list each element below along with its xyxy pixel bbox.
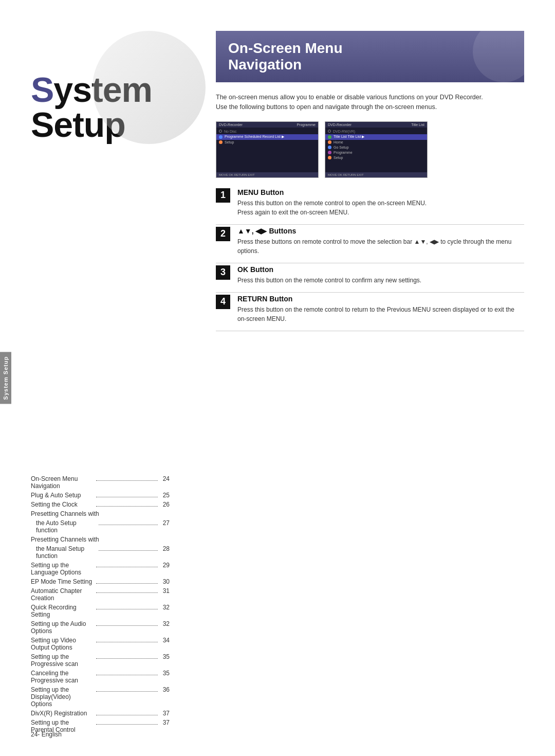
toc-dots bbox=[96, 675, 158, 675]
toc-dots bbox=[96, 642, 158, 642]
page-number-left: 24- English bbox=[31, 731, 62, 738]
toc-dots bbox=[99, 525, 158, 525]
step-description: Press this button on the remote control … bbox=[237, 199, 524, 217]
toc-item-text: Presetting Channels with bbox=[31, 536, 170, 543]
step-title: RETURN Button bbox=[237, 295, 524, 303]
screenshot-nodisk-row: DVD-RW(VR) bbox=[328, 129, 424, 134]
toc-item: EP Mode Time Setting30 bbox=[31, 578, 170, 585]
screenshot-nodisk-row: No Disc bbox=[219, 129, 316, 134]
toc-dots bbox=[96, 506, 158, 507]
toc-page-number: 30 bbox=[159, 578, 170, 585]
toc-item: DivX(R) Registration37 bbox=[31, 710, 170, 717]
toc-item: On-Screen Menu Navigation24 bbox=[31, 475, 170, 490]
toc-page-number: 29 bbox=[159, 562, 170, 569]
step-title: MENU Button bbox=[237, 188, 524, 196]
screenshot-footer: MOVE OK RETURN EXIT bbox=[216, 172, 318, 177]
toc-item-text: On-Screen Menu Navigation bbox=[31, 475, 95, 490]
toc-dots bbox=[96, 691, 158, 692]
screenshot-menu-row: Programme bbox=[328, 150, 424, 155]
toc-page-number: 28 bbox=[159, 545, 170, 552]
toc-item-text: EP Mode Time Setting bbox=[31, 578, 95, 585]
steps-container: 1MENU ButtonPress this button on the rem… bbox=[216, 188, 524, 333]
toc-item: Plug & Auto Setup25 bbox=[31, 492, 170, 499]
step-content: MENU ButtonPress this button on the remo… bbox=[237, 188, 524, 217]
screenshot-header: DVD-RecorderProgramme bbox=[216, 122, 318, 128]
circle-decoration bbox=[92, 31, 206, 144]
toc-page-number: 32 bbox=[159, 620, 170, 627]
section-heading: On-Screen Menu Navigation bbox=[216, 31, 524, 82]
screenshot-body: DVD-RW(VR)Title List Title List ▶HomeGo … bbox=[325, 128, 427, 162]
screenshot-header: DVD-RecorderTitle List bbox=[325, 122, 427, 128]
screenshot-menu-row: Go Setup bbox=[328, 145, 424, 150]
toc-dots bbox=[96, 715, 158, 715]
toc-item: the Auto Setup function27 bbox=[31, 519, 170, 534]
toc-item: the Manual Setup function28 bbox=[31, 545, 170, 560]
chapter-s-letter: S bbox=[31, 70, 53, 109]
toc-item: Presetting Channels with bbox=[31, 536, 170, 543]
page: System Setup SystemSetup On-Screen Menu … bbox=[0, 0, 555, 756]
toc-item-text: Setting the Clock bbox=[31, 501, 95, 508]
toc-item-text: Canceling the Progressive scan bbox=[31, 670, 95, 684]
toc-item: Presetting Channels with bbox=[31, 510, 170, 517]
toc-item-text: Presetting Channels with bbox=[31, 510, 170, 517]
toc-item: Setting up the Audio Options32 bbox=[31, 620, 170, 635]
toc-item-text: DivX(R) Registration bbox=[31, 710, 95, 717]
step-item: 4RETURN ButtonPress this button on the r… bbox=[216, 295, 524, 331]
table-of-contents: On-Screen Menu Navigation24Plug & Auto S… bbox=[31, 465, 170, 735]
step-item: 1MENU ButtonPress this button on the rem… bbox=[216, 188, 524, 225]
step-content: RETURN ButtonPress this button on the re… bbox=[237, 295, 524, 323]
toc-item: Quick Recording Setting32 bbox=[31, 604, 170, 618]
toc-item-text: Setting up the Display(Video) Options bbox=[31, 686, 95, 708]
toc-dots bbox=[96, 592, 158, 593]
toc-item-text: the Manual Setup function bbox=[36, 545, 97, 560]
toc-page-number: 34 bbox=[159, 637, 170, 644]
step-item: 2▲▼, ◀▶ ButtonsPress these buttons on re… bbox=[216, 227, 524, 263]
toc-item-text: Setting up the Language Options bbox=[31, 562, 95, 576]
menu-screenshots: DVD-RecorderProgrammeNo DiscProgramme Sc… bbox=[216, 121, 524, 178]
toc-item-text: Quick Recording Setting bbox=[31, 604, 95, 618]
screenshot-menu-row: Setup bbox=[328, 155, 424, 160]
screenshot-footer: MOVE OK RETURN EXIT bbox=[325, 172, 427, 177]
toc-dots bbox=[96, 609, 158, 609]
toc-item-text: the Auto Setup function bbox=[36, 519, 97, 534]
toc-page-number: 37 bbox=[159, 719, 170, 726]
toc-page-number: 27 bbox=[159, 519, 170, 527]
toc-page-number: 24 bbox=[159, 475, 170, 482]
toc-dots bbox=[96, 480, 158, 481]
step-description: Press these buttons on remote control to… bbox=[237, 237, 524, 256]
toc-dots bbox=[96, 658, 158, 659]
toc-item: Setting up the Display(Video) Options36 bbox=[31, 686, 170, 708]
toc-dots bbox=[96, 724, 158, 725]
toc-dots bbox=[99, 550, 158, 551]
step-number: 1 bbox=[216, 188, 230, 203]
toc-dots bbox=[96, 567, 158, 567]
toc-page-number: 36 bbox=[159, 686, 170, 693]
toc-page-number: 37 bbox=[159, 710, 170, 717]
step-item: 3OK ButtonPress this button on the remot… bbox=[216, 265, 524, 293]
toc-item: Setting up the Language Options29 bbox=[31, 562, 170, 576]
toc-item: Setting the Clock26 bbox=[31, 501, 170, 508]
toc-page-number: 25 bbox=[159, 492, 170, 499]
toc-page-number: 35 bbox=[159, 670, 170, 677]
step-number: 3 bbox=[216, 265, 230, 280]
toc-item: Automatic Chapter Creation31 bbox=[31, 587, 170, 602]
toc-page-number: 26 bbox=[159, 501, 170, 508]
toc-page-number: 31 bbox=[159, 587, 170, 595]
step-content: ▲▼, ◀▶ ButtonsPress these buttons on rem… bbox=[237, 227, 524, 256]
section-title: On-Screen Menu Navigation bbox=[228, 40, 512, 73]
right-panel: On-Screen Menu Navigation The on-screen … bbox=[190, 0, 555, 756]
toc-item-text: Setting up the Progressive scan bbox=[31, 653, 95, 668]
menu-screenshot: DVD-RecorderProgrammeNo DiscProgramme Sc… bbox=[216, 121, 319, 178]
toc-item: Canceling the Progressive scan35 bbox=[31, 670, 170, 684]
screenshot-body: No DiscProgramme Scheduled Record List ▶… bbox=[216, 128, 318, 147]
step-number: 4 bbox=[216, 295, 230, 309]
menu-screenshot: DVD-RecorderTitle ListDVD-RW(VR)Title Li… bbox=[325, 121, 428, 178]
step-description: Press this button on the remote control … bbox=[237, 305, 524, 323]
screenshot-menu-row: Setup bbox=[219, 140, 316, 145]
toc-item-text: Setting up the Audio Options bbox=[31, 620, 95, 635]
left-panel: System Setup SystemSetup On-Screen Menu … bbox=[0, 0, 190, 756]
screenshot-menu-row: Programme Scheduled Record List ▶ bbox=[216, 134, 318, 140]
toc-item: Setting up the Progressive scan35 bbox=[31, 653, 170, 668]
toc-item: Setting up Video Output Options34 bbox=[31, 637, 170, 651]
toc-dots bbox=[96, 583, 158, 584]
